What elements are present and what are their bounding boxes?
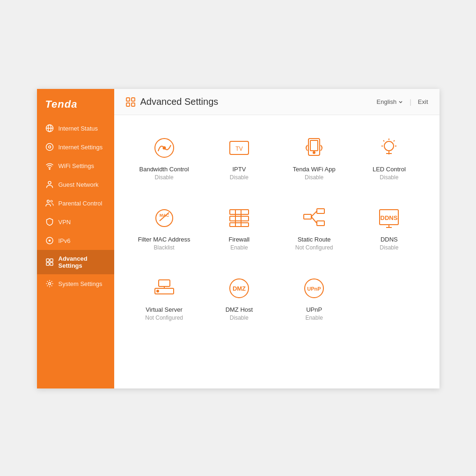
ddns-icon: DDNS <box>376 205 402 231</box>
card-name: Firewall <box>228 236 249 243</box>
card-status: Not Configured <box>145 315 183 321</box>
card-firewall[interactable]: Firewall Enable <box>204 197 274 257</box>
svg-rect-18 <box>126 103 130 106</box>
sidebar-nav: Internet Status Internet Settings <box>37 119 114 388</box>
svg-text:DMZ: DMZ <box>233 285 246 292</box>
card-filter-mac[interactable]: MAC Filter MAC Address Blacklist <box>129 197 199 257</box>
sidebar-label: WiFi Settings <box>59 162 95 169</box>
card-status: Disable <box>305 174 323 181</box>
language-label: English <box>377 98 397 105</box>
sidebar-item-advanced-settings[interactable]: Advanced Settings <box>37 250 114 274</box>
svg-rect-26 <box>310 140 318 151</box>
svg-text:TV: TV <box>235 146 242 152</box>
svg-rect-17 <box>132 98 135 101</box>
card-status: Disable <box>230 315 249 321</box>
card-status: Not Configured <box>295 244 333 251</box>
card-status: Blacklist <box>154 244 175 251</box>
svg-rect-39 <box>230 223 249 227</box>
svg-point-6 <box>48 182 51 184</box>
person-icon <box>45 180 54 189</box>
header: Advanced Settings English | Exit <box>114 89 439 115</box>
card-name: LED Control <box>373 166 406 173</box>
virtual-server-icon <box>151 275 177 301</box>
sidebar-item-guest-network[interactable]: Guest Network <box>37 175 114 194</box>
static-route-icon <box>301 205 327 231</box>
firewall-icon <box>226 205 252 231</box>
sidebar-label: Advanced Settings <box>59 255 106 269</box>
card-upnp[interactable]: UPnP UPnP Enable <box>279 267 349 328</box>
svg-rect-43 <box>317 209 324 213</box>
svg-rect-42 <box>304 214 311 219</box>
svg-point-34 <box>156 210 173 227</box>
header-left: Advanced Settings <box>125 96 219 107</box>
sidebar-item-system-settings[interactable]: System Settings <box>37 274 114 293</box>
sidebar-label: Parental Control <box>59 200 103 207</box>
dmz-icon: DMZ <box>226 275 252 301</box>
sidebar-item-internet-settings[interactable]: Internet Settings <box>37 138 114 156</box>
language-selector[interactable]: English <box>377 98 403 105</box>
svg-rect-37 <box>230 210 249 214</box>
shield-icon <box>45 218 54 226</box>
brand-logo: Tenda <box>37 89 114 119</box>
card-name: Static Route <box>298 236 331 243</box>
sidebar-item-ipv6[interactable]: IPv6 <box>37 231 114 250</box>
svg-point-52 <box>157 290 159 292</box>
svg-point-10 <box>49 240 50 242</box>
card-name: DDNS <box>381 236 398 243</box>
svg-line-32 <box>383 140 384 141</box>
svg-rect-11 <box>46 259 49 262</box>
svg-text:UPnP: UPnP <box>307 286 321 292</box>
header-grid-icon <box>125 97 136 107</box>
card-status: Disable <box>230 174 249 181</box>
sidebar-item-internet-status[interactable]: Internet Status <box>37 119 114 138</box>
exit-button[interactable]: Exit <box>418 98 428 105</box>
card-led-control[interactable]: LED Control Disable <box>354 126 424 187</box>
header-right: English | Exit <box>377 98 428 106</box>
svg-point-7 <box>47 200 49 203</box>
svg-point-5 <box>49 168 50 169</box>
svg-point-4 <box>48 146 51 148</box>
ipv6-icon <box>45 236 54 245</box>
card-static-route[interactable]: Static Route Not Configured <box>279 197 349 257</box>
settings-grid: Bandwidth Control Disable TV IPTV Disabl… <box>114 115 439 388</box>
page-title: Advanced Settings <box>140 96 219 107</box>
led-control-icon <box>376 135 402 161</box>
svg-point-27 <box>313 152 315 154</box>
svg-rect-14 <box>50 263 53 265</box>
svg-rect-19 <box>132 103 135 106</box>
svg-line-45 <box>311 211 317 217</box>
card-bandwidth-control[interactable]: Bandwidth Control Disable <box>129 126 199 187</box>
card-ddns[interactable]: DDNS DDNS Disable <box>354 197 424 257</box>
main-content: Advanced Settings English | Exit <box>114 89 439 388</box>
tenda-wifi-app-icon <box>301 135 327 161</box>
bandwidth-control-icon <box>151 135 177 161</box>
sidebar-label: Internet Settings <box>59 144 103 151</box>
sidebar-label: System Settings <box>59 280 103 287</box>
header-divider: | <box>410 98 411 106</box>
card-tenda-wifi-app[interactable]: Tenda WiFi App Disable <box>279 126 349 187</box>
card-dmz-host[interactable]: DMZ DMZ Host Disable <box>204 267 274 328</box>
card-status: Enable <box>305 315 322 321</box>
card-name: DMZ Host <box>226 306 253 313</box>
globe-icon <box>45 124 54 132</box>
sidebar-item-parental-control[interactable]: Parental Control <box>37 194 114 212</box>
sidebar-item-wifi-settings[interactable]: WiFi Settings <box>37 156 114 175</box>
svg-point-15 <box>48 283 51 285</box>
card-name: UPnP <box>306 306 322 313</box>
card-name: IPTV <box>232 166 246 173</box>
sidebar: Tenda Internet Status Internet Sett <box>37 89 114 388</box>
sidebar-item-vpn[interactable]: VPN <box>37 212 114 231</box>
card-iptv[interactable]: TV IPTV Disable <box>204 126 274 187</box>
sidebar-label: Internet Status <box>59 125 98 132</box>
card-virtual-server[interactable]: Virtual Server Not Configured <box>129 267 199 328</box>
sidebar-label: IPv6 <box>59 237 71 244</box>
svg-line-46 <box>311 217 317 223</box>
card-status: Disable <box>380 244 398 251</box>
svg-point-3 <box>46 144 53 151</box>
card-status: Disable <box>380 174 398 181</box>
svg-point-28 <box>384 141 394 151</box>
svg-rect-12 <box>50 259 53 262</box>
svg-rect-44 <box>317 221 324 226</box>
svg-point-21 <box>163 147 165 149</box>
card-name: Bandwidth Control <box>139 166 189 173</box>
